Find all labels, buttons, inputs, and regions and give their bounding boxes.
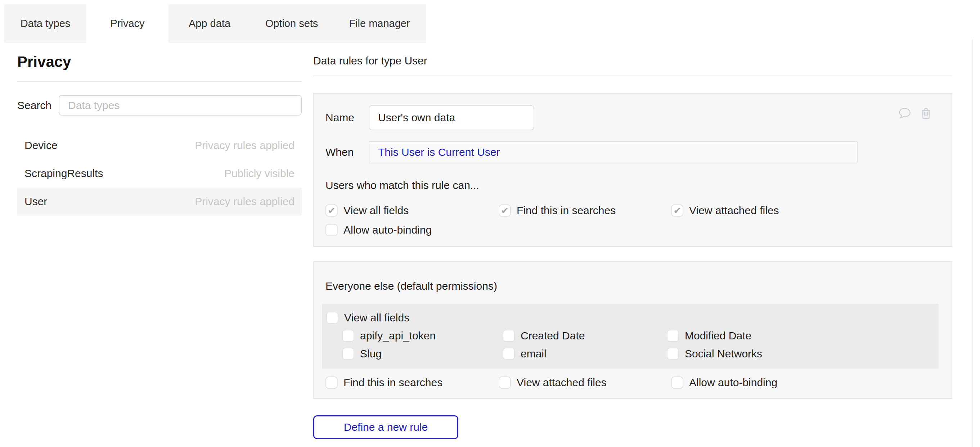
data-type-name: Device xyxy=(24,139,57,151)
field-label: apify_api_token xyxy=(360,330,436,342)
default-permissions-title: Everyone else (default permissions) xyxy=(314,262,951,292)
rule-permissions: View all fields Find this in searches Vi… xyxy=(326,204,951,236)
permission-find-in-searches[interactable]: Find this in searches xyxy=(499,204,671,217)
fields-panel: View all fields apify_api_token Created … xyxy=(322,304,939,369)
search-row: Search xyxy=(17,95,302,116)
checkbox-icon[interactable] xyxy=(326,204,338,217)
name-label: Name xyxy=(326,111,369,124)
data-type-status: Privacy rules applied xyxy=(195,139,294,151)
tab-bar: Data types Privacy App data Option sets … xyxy=(4,4,426,43)
when-label: When xyxy=(326,146,369,158)
rule-card: Name When This User is Current User User… xyxy=(313,93,952,247)
scroll-area-divider xyxy=(972,40,973,447)
name-field-row: Name xyxy=(326,105,951,130)
checkbox-icon[interactable] xyxy=(667,330,679,342)
tab-file-manager[interactable]: File manager xyxy=(332,4,426,43)
trash-icon[interactable] xyxy=(919,107,933,120)
checkbox-icon[interactable] xyxy=(326,377,338,389)
list-item-user[interactable]: User Privacy rules applied xyxy=(17,188,302,216)
field-social-networks[interactable]: Social Networks xyxy=(667,348,939,360)
default-view-attached-files[interactable]: View attached files xyxy=(499,377,671,389)
data-type-name: ScrapingResults xyxy=(24,167,103,180)
privacy-page: Data types Privacy App data Option sets … xyxy=(0,0,980,447)
list-item-scrapingresults[interactable]: ScrapingResults Publicly visible xyxy=(17,159,302,188)
field-checkbox-grid: apify_api_token Created Date Modified Da… xyxy=(326,330,939,360)
comment-icon[interactable] xyxy=(897,107,912,120)
checkbox-icon[interactable] xyxy=(499,377,511,389)
default-find-in-searches[interactable]: Find this in searches xyxy=(326,377,499,389)
data-type-status: Privacy rules applied xyxy=(195,196,294,208)
field-label: Created Date xyxy=(520,330,585,342)
sidebar: Privacy Search Device Privacy rules appl… xyxy=(17,50,302,216)
checkbox-icon[interactable] xyxy=(499,204,511,217)
sidebar-divider xyxy=(17,81,302,82)
permission-label: View all fields xyxy=(344,312,409,324)
permission-label: Find this in searches xyxy=(517,204,616,217)
permission-view-attached-files[interactable]: View attached files xyxy=(671,204,951,217)
permission-label: View attached files xyxy=(689,204,779,217)
permission-view-all-fields[interactable]: View all fields xyxy=(326,204,499,217)
field-created-date[interactable]: Created Date xyxy=(503,330,667,342)
permission-label: View attached files xyxy=(517,377,607,389)
data-type-name: User xyxy=(24,196,47,208)
search-label: Search xyxy=(17,99,59,111)
list-item-device[interactable]: Device Privacy rules applied xyxy=(17,131,302,159)
field-modified-date[interactable]: Modified Date xyxy=(667,330,939,342)
default-permissions: Find this in searches View attached file… xyxy=(326,377,951,389)
checkbox-icon[interactable] xyxy=(326,224,338,236)
permission-allow-auto-binding[interactable]: Allow auto-binding xyxy=(326,224,499,236)
checkbox-icon[interactable] xyxy=(342,330,354,342)
field-label: Modified Date xyxy=(685,330,751,342)
search-input[interactable] xyxy=(59,95,302,116)
match-rule-text: Users who match this rule can... xyxy=(326,179,951,191)
default-allow-auto-binding[interactable]: Allow auto-binding xyxy=(671,377,951,389)
checkbox-icon[interactable] xyxy=(342,348,354,360)
checkbox-icon[interactable] xyxy=(671,377,683,389)
rule-card-actions xyxy=(897,107,933,120)
permission-label: Allow auto-binding xyxy=(344,224,432,236)
field-label: Social Networks xyxy=(685,348,762,360)
tab-app-data[interactable]: App data xyxy=(169,4,251,43)
rule-name-input[interactable] xyxy=(369,105,534,130)
permission-label: Find this in searches xyxy=(344,377,442,389)
permission-label: View all fields xyxy=(344,204,409,217)
data-type-list: Device Privacy rules applied ScrapingRes… xyxy=(17,131,302,216)
field-slug[interactable]: Slug xyxy=(342,348,503,360)
main-panel: Data rules for type User xyxy=(313,50,952,439)
when-condition-box[interactable]: This User is Current User xyxy=(369,141,858,164)
field-label: Slug xyxy=(360,348,382,360)
data-type-status: Publicly visible xyxy=(224,167,294,180)
tab-data-types[interactable]: Data types xyxy=(4,4,86,43)
tab-option-sets[interactable]: Option sets xyxy=(251,4,332,43)
page-title: Privacy xyxy=(17,53,302,70)
field-label: email xyxy=(520,348,547,360)
main-divider xyxy=(313,76,952,76)
default-view-all-fields[interactable]: View all fields xyxy=(326,312,939,324)
checkbox-icon[interactable] xyxy=(503,330,515,342)
when-field-row: When This User is Current User xyxy=(326,141,951,164)
tab-privacy[interactable]: Privacy xyxy=(86,4,169,43)
field-apify-api-token[interactable]: apify_api_token xyxy=(342,330,503,342)
define-new-rule-button[interactable]: Define a new rule xyxy=(313,415,458,439)
checkbox-icon[interactable] xyxy=(326,312,339,324)
main-heading: Data rules for type User xyxy=(313,55,952,67)
permission-label: Allow auto-binding xyxy=(689,377,777,389)
checkbox-icon[interactable] xyxy=(671,204,683,217)
field-email[interactable]: email xyxy=(503,348,667,360)
checkbox-icon[interactable] xyxy=(503,348,515,360)
checkbox-icon[interactable] xyxy=(667,348,679,360)
default-permissions-card: Everyone else (default permissions) View… xyxy=(313,261,952,399)
